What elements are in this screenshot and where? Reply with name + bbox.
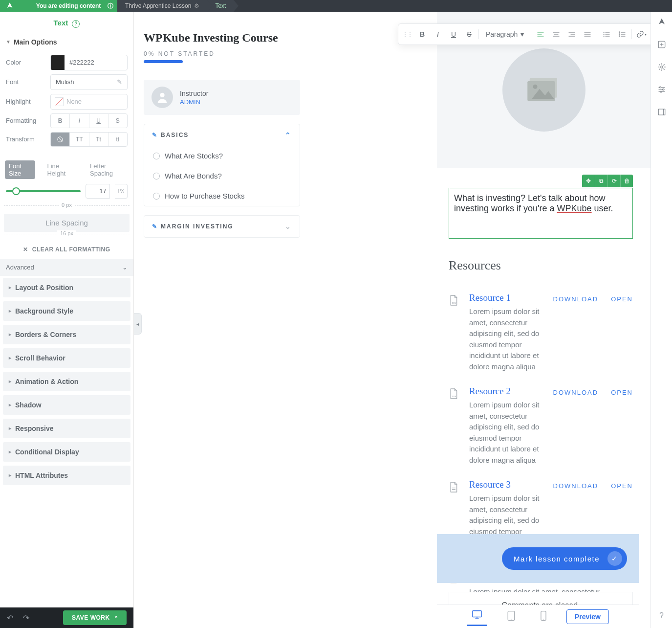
rail-sliders-button[interactable] — [656, 84, 667, 95]
toc-basics-header[interactable]: ✎BASICS ⌃ — [144, 124, 300, 146]
sidebar-collapse-handle[interactable]: ◂ — [134, 313, 142, 335]
undo-button[interactable]: ↶ — [7, 613, 13, 623]
section-html-attrs[interactable]: ▸HTML Attributes — [3, 466, 130, 485]
section-shadow[interactable]: ▸Shadow — [3, 395, 130, 415]
font-select[interactable]: Mulish ✎ — [50, 74, 128, 90]
resource-title[interactable]: Resource 2 — [469, 386, 543, 397]
drag-handle-icon[interactable]: ⋮⋮ — [402, 31, 414, 38]
transform-upper-button[interactable]: TT — [70, 133, 89, 146]
chevron-down-icon: ▼ — [6, 39, 11, 45]
right-rail: ? — [650, 12, 672, 628]
instructor-name[interactable]: ADMIN — [180, 98, 208, 106]
editing-banner-text: You are editing content — [36, 2, 101, 9]
clear-formatting-button[interactable]: ✕ CLEAR ALL FORMATTING — [0, 240, 133, 259]
section-conditional[interactable]: ▸Conditional Display — [3, 442, 130, 462]
resource-2: csv Resource 2 Lorem ipsum dolor sit ame… — [449, 379, 633, 472]
download-link[interactable]: DOWNLOAD — [553, 389, 599, 396]
italic-button[interactable]: I — [70, 114, 89, 128]
tb-bold-button[interactable]: B — [415, 27, 430, 42]
panel-title: Text ? — [0, 12, 133, 33]
highlight-label: Highlight — [6, 98, 46, 105]
device-tablet-button[interactable] — [502, 607, 520, 626]
redo-button[interactable]: ↷ — [23, 613, 29, 623]
gear-icon[interactable]: ⚙ — [194, 2, 199, 9]
radio-icon — [153, 193, 160, 200]
toc-item-stocks[interactable]: What Are Stocks? — [144, 146, 300, 166]
move-button[interactable]: ✥ — [582, 175, 595, 187]
tb-bullet-list-button[interactable] — [599, 27, 614, 42]
mark-complete-button[interactable]: Mark lesson complete ✓ — [502, 547, 627, 570]
open-link[interactable]: OPEN — [611, 482, 633, 490]
main-options-header[interactable]: ▼ Main Options — [0, 33, 133, 51]
open-link[interactable]: OPEN — [611, 389, 633, 396]
rail-settings-button[interactable] — [656, 62, 667, 72]
tb-italic-button[interactable]: I — [431, 27, 445, 42]
line-spacing-block[interactable]: Line Spacing — [4, 214, 130, 232]
tb-align-left-button[interactable] — [533, 27, 548, 42]
text-content[interactable]: What is investing? Let's talk about how … — [454, 193, 628, 214]
resource-title[interactable]: Resource 3 — [469, 479, 543, 490]
chevron-right-icon: ▸ — [9, 355, 11, 360]
download-link[interactable]: DOWNLOAD — [553, 295, 599, 303]
spacing-tabs: Font Size Line Height Letter Spacing — [0, 156, 133, 181]
color-picker[interactable]: #222222 — [50, 55, 128, 70]
section-borders[interactable]: ▸Borders & Corners — [3, 325, 130, 344]
slider-thumb[interactable] — [12, 187, 20, 195]
help-icon[interactable]: ? — [72, 20, 80, 28]
tab-line-height[interactable]: Line Height — [43, 160, 78, 179]
tab-font-size[interactable]: Font Size — [5, 160, 35, 179]
rail-add-button[interactable] — [656, 39, 667, 50]
tb-align-right-button[interactable] — [564, 27, 579, 42]
save-block-button[interactable]: ⟳ — [607, 175, 620, 187]
bold-button[interactable]: B — [51, 114, 70, 128]
svg-text:csv: csv — [452, 395, 456, 398]
toc-item-purchase[interactable]: How to Purchase Stocks — [144, 186, 300, 206]
advanced-label: Advanced — [6, 264, 34, 271]
strike-button[interactable]: S — [108, 114, 127, 128]
underline-button[interactable]: U — [89, 114, 108, 128]
section-responsive[interactable]: ▸Responsive — [3, 419, 130, 438]
preview-button[interactable]: Preview — [566, 609, 609, 624]
section-animation[interactable]: ▸Animation & Action — [3, 372, 130, 391]
tb-align-justify-button[interactable] — [580, 27, 595, 42]
wpkube-link[interactable]: WPKube — [557, 203, 592, 213]
clear-formatting-label: CLEAR ALL FORMATTING — [32, 246, 110, 253]
brand-logo[interactable] — [0, 0, 20, 12]
toc-item-bonds[interactable]: What Are Bonds? — [144, 166, 300, 186]
open-link[interactable]: OPEN — [611, 295, 633, 303]
font-size-input[interactable] — [86, 184, 110, 199]
font-size-slider[interactable] — [6, 190, 81, 192]
highlight-picker[interactable]: None — [50, 94, 128, 110]
info-icon[interactable]: ⓘ — [108, 2, 113, 10]
tb-number-list-button[interactable] — [615, 27, 629, 42]
tab-letter-spacing[interactable]: Letter Spacing — [86, 160, 129, 179]
section-scroll[interactable]: ▸Scroll Behavior — [3, 348, 130, 368]
tb-align-center-button[interactable] — [549, 27, 564, 42]
breadcrumb-lesson[interactable]: Thrive Apprentice Lesson ⚙ — [117, 0, 207, 12]
text-block-selected[interactable]: ✥ ⧉ ⟳ 🗑 What is investing? Let's talk ab… — [449, 188, 633, 239]
resource-title[interactable]: Resource 1 — [469, 292, 543, 303]
save-button[interactable]: SAVE WORK ^ — [63, 610, 127, 625]
toc-margin-header[interactable]: ✎MARGIN INVESTING ⌄ — [144, 216, 300, 237]
rail-templates-button[interactable] — [656, 107, 667, 117]
tb-paragraph-select[interactable]: Paragraph ▾ — [481, 30, 529, 38]
svg-point-16 — [543, 618, 544, 619]
device-desktop-button[interactable] — [467, 607, 487, 626]
rail-help-button[interactable]: ? — [656, 610, 667, 621]
section-background[interactable]: ▸Background Style — [3, 301, 130, 321]
transform-cap-button[interactable]: Tt — [89, 133, 108, 146]
transform-lower-button[interactable]: tt — [108, 133, 127, 146]
advanced-header[interactable]: Advanced ⌄ — [0, 259, 133, 276]
lesson-complete-bar: Mark lesson complete ✓ — [437, 534, 639, 583]
section-layout[interactable]: ▸Layout & Position — [3, 278, 130, 297]
tb-strike-button[interactable]: S — [462, 27, 477, 42]
tb-underline-button[interactable]: U — [446, 27, 461, 42]
tb-link-button[interactable]: ▾ — [634, 27, 649, 42]
duplicate-button[interactable]: ⧉ — [595, 175, 607, 187]
delete-button[interactable]: 🗑 — [620, 175, 633, 187]
download-link[interactable]: DOWNLOAD — [553, 482, 599, 490]
transform-none-button[interactable] — [51, 133, 70, 146]
rail-logo-icon[interactable] — [656, 17, 667, 27]
chevron-right-icon: ▸ — [9, 332, 11, 337]
device-mobile-button[interactable] — [535, 607, 552, 626]
